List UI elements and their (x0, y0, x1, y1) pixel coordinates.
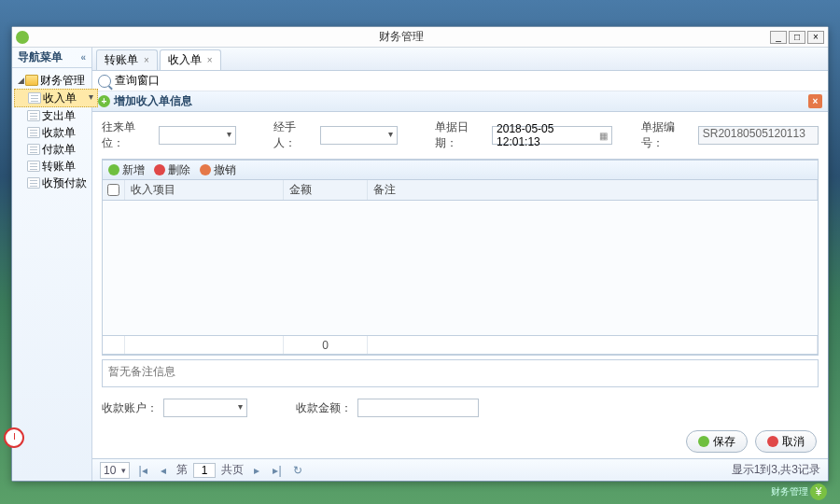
tree-item-transfer[interactable]: 转账单 (14, 158, 90, 175)
tab-close-icon[interactable]: × (207, 55, 213, 65)
pager-info: 显示1到3,共3记录 (732, 462, 820, 478)
select-all-checkbox[interactable] (107, 184, 119, 196)
nav-tree: ◢ 财务管理 收入单 支出单 收款单 付款单 (12, 68, 91, 195)
undo-icon (200, 164, 211, 175)
amount-label: 收款金额： (296, 400, 352, 416)
refresh-button[interactable]: ↻ (290, 464, 305, 477)
app-window: 财务管理 _ □ × 导航菜单 « ◢ 财务管理 收入单 (11, 26, 829, 482)
file-icon (27, 110, 40, 121)
page-prefix: 第 (176, 462, 188, 478)
grid-header: 收入项目 金额 备注 (103, 180, 818, 201)
action-row: 保存 取消 (92, 425, 828, 458)
maximize-button[interactable]: □ (789, 31, 805, 44)
date-input[interactable]: 2018-05-05 12:01:13 ▦ (492, 126, 612, 145)
add-label: 新增 (122, 162, 145, 178)
tab-close-icon[interactable]: × (144, 55, 149, 65)
checkbox-header[interactable] (103, 180, 125, 200)
close-button[interactable]: × (807, 31, 824, 44)
search-label: 查询窗口 (115, 73, 160, 89)
collapse-icon[interactable]: « (80, 52, 86, 63)
tree-item-prepay[interactable]: 收预付款 (14, 175, 90, 191)
pager: 10▾ |◂ ◂ 第 共页 ▸ ▸| ↻ 显示1到3,共3记录 (92, 458, 828, 481)
grid-footer: 0 (103, 336, 818, 355)
cancel-button[interactable]: 取消 (755, 430, 817, 453)
amount-input[interactable] (357, 399, 479, 417)
next-page-button[interactable]: ▸ (249, 464, 264, 477)
panel-title: 增加收入单信息 (114, 93, 192, 109)
page-number-input[interactable] (193, 463, 216, 478)
prev-page-button[interactable]: ◂ (156, 464, 171, 477)
form-row-2: 收款账户： 收款金额： (92, 391, 828, 425)
tree-root-label: 财务管理 (40, 73, 85, 89)
date-value: 2018-05-05 12:01:13 (497, 122, 599, 148)
file-icon (27, 144, 40, 155)
plus-icon (108, 164, 119, 175)
search-bar: 查询窗口 (92, 71, 828, 91)
account-label: 收款账户： (102, 400, 158, 416)
status-icon[interactable]: ¥ (810, 483, 827, 500)
no-label: 单据编号： (641, 119, 693, 151)
col-memo: 备注 (368, 180, 818, 200)
folder-icon (25, 75, 38, 86)
delete-label: 删除 (168, 162, 190, 178)
titlebar: 财务管理 _ □ × (12, 27, 828, 48)
tree-item-label: 付款单 (42, 142, 76, 158)
save-button[interactable]: 保存 (686, 430, 748, 453)
nav-title: 导航菜单 (18, 49, 63, 65)
file-icon (27, 177, 40, 189)
plus-icon: + (98, 95, 110, 107)
undo-label: 撤销 (214, 162, 236, 178)
cancel-label: 取消 (782, 434, 805, 450)
tree-item-label: 收入单 (43, 91, 77, 106)
tab-transfer[interactable]: 转账单 × (96, 49, 158, 70)
unit-select[interactable] (159, 126, 236, 145)
clock-widget (4, 427, 24, 448)
handler-label: 经手人： (273, 119, 315, 151)
tree-item-label: 收款单 (42, 125, 76, 141)
col-item: 收入项目 (125, 180, 284, 200)
tree-item-income[interactable]: 收入单 (14, 89, 98, 107)
save-label: 保存 (713, 434, 735, 450)
unit-label: 往来单位： (102, 119, 153, 151)
nav-header: 导航菜单 « (12, 48, 91, 68)
tab-income[interactable]: 收入单 × (160, 49, 221, 70)
cancel-icon (767, 436, 778, 447)
delete-button[interactable]: 删除 (154, 162, 190, 178)
file-icon (27, 127, 40, 138)
last-page-button[interactable]: ▸| (270, 464, 285, 477)
tab-label: 收入单 (168, 52, 202, 68)
panel-close-button[interactable]: × (808, 94, 822, 108)
tab-label: 转账单 (105, 52, 138, 68)
form-row-1: 往来单位： 经手人： 单据日期： 2018-05-05 12:01:13 ▦ 单… (92, 112, 828, 159)
tree-item-label: 收预付款 (42, 175, 87, 191)
no-input: SR20180505120113 (698, 126, 819, 145)
file-icon (27, 161, 40, 172)
app-icon (16, 31, 29, 44)
check-icon (698, 436, 709, 447)
undo-button[interactable]: 撤销 (200, 162, 236, 178)
content-area: 转账单 × 收入单 × 查询窗口 + 增加收入单信息 × 往来单位： (92, 48, 828, 481)
add-button[interactable]: 新增 (108, 162, 145, 178)
tree-root[interactable]: ◢ 财务管理 (14, 72, 90, 89)
search-icon[interactable] (98, 75, 111, 88)
page-size-select[interactable]: 10▾ (100, 462, 130, 479)
tree-item-receipt[interactable]: 收款单 (14, 124, 90, 141)
memo-textarea[interactable] (102, 359, 819, 387)
status-label: 财务管理 (771, 485, 808, 498)
tree-item-expense[interactable]: 支出单 (14, 107, 90, 124)
first-page-button[interactable]: |◂ (135, 464, 150, 477)
footer-amount: 0 (284, 336, 368, 354)
date-label: 单据日期： (435, 119, 486, 151)
grid: 新增 删除 撤销 收入项目 金额 备注 0 (102, 159, 819, 356)
nav-sidebar: 导航菜单 « ◢ 财务管理 收入单 支出单 收款单 (12, 48, 92, 481)
calendar-icon: ▦ (599, 131, 608, 141)
account-select[interactable] (163, 399, 247, 417)
file-icon (28, 92, 41, 104)
grid-body[interactable] (103, 201, 818, 336)
tree-item-payment[interactable]: 付款单 (14, 141, 90, 158)
panel-header: + 增加收入单信息 × (92, 91, 828, 112)
handler-select[interactable] (320, 126, 398, 145)
minimize-button[interactable]: _ (770, 31, 787, 44)
tree-item-label: 支出单 (42, 108, 76, 124)
grid-toolbar: 新增 删除 撤销 (103, 160, 818, 180)
